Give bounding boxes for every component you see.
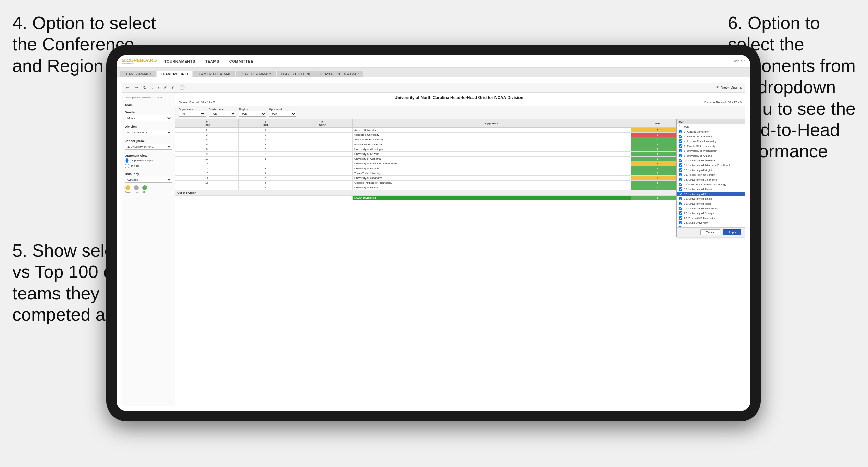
cell-opponent: University of Arizona — [352, 152, 631, 157]
region-filter: Region (All) — [239, 108, 266, 117]
colour-label: Colour by — [125, 172, 172, 176]
cell-win: 1 — [631, 147, 684, 152]
table-row[interactable]: 2 1 1 Auburn University 2 1 — [175, 128, 745, 133]
dropdown-item[interactable]: 9. University of Arizona — [677, 153, 745, 158]
cell-rank: 3 — [175, 133, 239, 137]
region-select[interactable]: (All) — [239, 111, 266, 117]
table-row[interactable]: 6 2 Florida State University 4 2 — [175, 142, 745, 147]
top-nav: 55COREBOARD Powered by ... TOURNAMENTS T… — [117, 55, 750, 68]
clock-button[interactable]: 🕐 — [178, 85, 186, 90]
dropdown-item[interactable]: 4. Arizona State University — [677, 139, 745, 144]
apply-button[interactable]: Apply — [723, 229, 741, 235]
cell-rank: 6 — [175, 142, 239, 147]
dropdown-item[interactable]: 14. University of Oklahoma — [677, 177, 745, 182]
dropdown-item[interactable]: 24. Duke University — [677, 220, 745, 225]
conference-filter: Conference (All) — [209, 108, 236, 117]
col-reg: #Reg — [238, 119, 292, 128]
dropdown-item[interactable]: (All) — [677, 124, 745, 129]
dropdown-item[interactable]: 2. Auburn University — [677, 129, 745, 134]
cell-win: 2 — [631, 176, 684, 181]
cell-conf — [292, 171, 353, 176]
cell-division-name: NCAA Division II — [352, 196, 631, 200]
dropdown-item[interactable]: 22. University of Georgia — [677, 211, 745, 216]
dropdown-item[interactable]: 12. University of Virginia — [677, 168, 745, 172]
cancel-button[interactable]: Cancel — [700, 229, 720, 235]
opponent-view-label: Opponent View — [125, 154, 172, 157]
cell-reg: 2 — [238, 133, 292, 137]
cell-conf — [292, 142, 353, 147]
dropdown-item[interactable]: 16. University of Illinois — [677, 187, 745, 192]
cell-reg: 2 — [238, 142, 292, 147]
opponent-filter: Opponent (All) — [269, 108, 296, 117]
tab-team-summary[interactable]: TEAM SUMMARY — [120, 71, 156, 77]
tab-team-h2h-heatmap[interactable]: TEAM H2H HEATMAP — [193, 71, 235, 77]
table-row[interactable]: 8 2 University of Washington 1 0 — [175, 147, 745, 152]
tab-player-summary[interactable]: PLAYER SUMMARY — [236, 71, 276, 77]
dropdown-item[interactable]: 21. University of New Mexico — [677, 206, 745, 211]
dropdown-item[interactable]: 13. Texas Tech University — [677, 172, 745, 177]
dropdown-item[interactable]: 6. Florida State University — [677, 144, 745, 148]
table-row[interactable]: 14 6 University of Oklahoma 2 2 — [175, 176, 745, 181]
table-row[interactable]: 10 5 University of Alabama 3 0 — [175, 157, 745, 161]
dropdown-item[interactable]: 8. University of Washington — [677, 148, 745, 153]
radio-opponents-played[interactable]: Opponents Played — [125, 158, 172, 163]
radio-top100[interactable]: Top 100 — [125, 164, 172, 168]
overall-record: Overall Record: 89 - 17 - 0 — [179, 101, 215, 104]
copy-button[interactable]: ⎘ — [163, 85, 168, 90]
cell-conf — [292, 133, 353, 137]
nav-signout[interactable]: Sign out — [733, 59, 745, 63]
nav-tournaments[interactable]: TOURNAMENTS — [163, 59, 196, 63]
dropdown-item[interactable]: 10. University of Alabama — [677, 158, 745, 163]
table-row[interactable]: 4 1 Arizona State University 5 1 — [175, 137, 745, 142]
table-row[interactable]: 13 1 Texas Tech University 3 0 — [175, 171, 745, 176]
forward-button[interactable]: › — [157, 85, 160, 90]
colour-select[interactable]: Win/loss — [125, 177, 172, 183]
app-logo: 55COREBOARD Powered by ... — [122, 58, 157, 65]
gender-select[interactable]: Men's — [125, 115, 172, 121]
table-row[interactable]: 9 3 University of Arizona 1 0 — [175, 152, 745, 157]
cell-conf — [292, 137, 353, 142]
tab-player-h2h-grid[interactable]: PLAYER H2H GRID — [277, 71, 316, 77]
dropdown-item[interactable]: 15. Georgia Institute of Technology — [677, 182, 745, 187]
cell-conf — [292, 152, 353, 157]
redo-button[interactable]: ↪ — [133, 85, 139, 90]
dropdown-item[interactable]: 3. Vanderbilt University — [677, 134, 745, 139]
nav-teams[interactable]: TEAMS — [205, 59, 220, 63]
division-select[interactable]: NCAA Division I — [125, 130, 172, 135]
table-row[interactable]: 3 2 Vanderbilt University 0 4 — [175, 133, 745, 137]
cell-reg: 4 — [238, 181, 292, 185]
cell-win: 3 — [631, 171, 684, 176]
table-row[interactable]: 16 2 University of Florida 5 1 — [175, 185, 745, 190]
cell-rank: 13 — [175, 171, 239, 176]
cell-reg: 6 — [238, 176, 292, 181]
cell-win: 5 — [631, 181, 684, 185]
table-row[interactable]: 15 4 Georgia Institute of Technology 5 0 — [175, 181, 745, 185]
paste-button[interactable]: ⎗ — [171, 85, 175, 90]
col-rank: #Rank — [175, 119, 239, 128]
tab-player-h2h-heatmap[interactable]: PLAYER H2H HEATMAP — [316, 71, 363, 77]
dropdown-item[interactable]: 11. University of Arkansas, Fayetteville — [677, 163, 745, 168]
back-button[interactable]: ‹ — [150, 85, 154, 90]
cell-win: 5 — [631, 185, 684, 190]
opponent-select[interactable]: (All) — [269, 111, 296, 117]
opponents-label: Opponents: — [179, 108, 206, 111]
out-of-division-label-row: Out of division — [175, 190, 745, 196]
opponent-dropdown[interactable]: (All) (All) 2. Auburn University 3. Vand… — [676, 119, 745, 237]
cell-rank: 12 — [175, 166, 239, 171]
opponents-select[interactable]: (All) — [179, 111, 206, 117]
dropdown-item[interactable]: 23. Texas A&M University — [677, 216, 745, 220]
refresh-button[interactable]: ↻ — [142, 85, 148, 90]
dropdown-item[interactable]: 20. University of Texas — [677, 201, 745, 206]
nav-committee[interactable]: COMMITTEE — [229, 59, 254, 63]
dropdown-item[interactable]: 17. University of Texas — [677, 192, 745, 196]
conference-select[interactable]: (All) — [209, 111, 236, 117]
table-row[interactable]: 12 3 University of Virginia 1 0 — [175, 166, 745, 171]
table-row[interactable]: 11 6 University of Arkansas, Fayettevill… — [175, 161, 745, 166]
tab-team-h2h-grid[interactable]: TEAM H2H GRID — [157, 71, 192, 77]
tablet-screen: 55COREBOARD Powered by ... TOURNAMENTS T… — [117, 55, 750, 411]
dropdown-item[interactable]: 18. University of Illinois — [677, 196, 745, 201]
school-select[interactable]: 1. University of Nort... — [125, 144, 172, 150]
division-record: Division Record: 88 - 17 - 0 — [704, 101, 742, 104]
undo-button[interactable]: ↩ — [125, 85, 131, 90]
cell-reg: 1 — [238, 171, 292, 176]
